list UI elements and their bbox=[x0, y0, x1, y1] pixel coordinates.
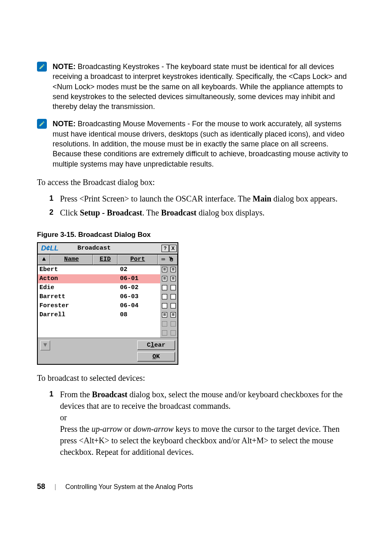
kbd-checkbox bbox=[162, 321, 167, 327]
dialog-titlebar: D¢LL Broadcast ? X bbox=[38, 243, 178, 255]
mouse-checkbox[interactable] bbox=[171, 303, 176, 308]
dialog-footer: ▼ Clear OK bbox=[38, 338, 178, 364]
checkbox-cell: ⊠⊠ bbox=[160, 310, 178, 320]
step-number: 1 bbox=[49, 193, 60, 203]
mouse-checkbox[interactable] bbox=[171, 294, 176, 299]
broadcast-intro: To broadcast to selected devices: bbox=[37, 372, 355, 384]
device-port: 06-03 bbox=[119, 293, 160, 300]
device-port: 06-01 bbox=[119, 275, 160, 282]
device-name: Darrell bbox=[38, 311, 119, 318]
close-button[interactable]: X bbox=[169, 245, 177, 252]
checkbox-cell bbox=[160, 301, 178, 310]
table-row[interactable]: Acton06-01⊠⊠ bbox=[38, 274, 178, 283]
kbd-checkbox[interactable] bbox=[162, 303, 167, 308]
device-port: 08 bbox=[119, 311, 160, 318]
table-row[interactable] bbox=[38, 329, 178, 338]
clear-button[interactable]: Clear bbox=[137, 341, 175, 350]
list-item: 2 Click Setup - Broadcast. The Broadcast… bbox=[49, 207, 355, 218]
note-block: NOTE: Broadcasting Mouse Movements - For… bbox=[37, 119, 355, 169]
table-row[interactable]: Ebert02⊠⊠ bbox=[38, 265, 178, 274]
section-title: Controlling Your System at the Analog Po… bbox=[65, 483, 193, 490]
list-item: 1 Press <Print Screen> to launch the OSC… bbox=[49, 193, 355, 204]
port-header[interactable]: Port bbox=[118, 255, 158, 265]
mouse-checkbox[interactable]: ⊠ bbox=[171, 276, 176, 281]
scroll-down-icon[interactable]: ▼ bbox=[40, 341, 50, 350]
device-name: Acton bbox=[38, 275, 119, 282]
note-body: Broadcasting Mouse Movements - For the m… bbox=[53, 120, 348, 168]
eid-header[interactable]: EID bbox=[93, 255, 118, 265]
kbd-checkbox[interactable] bbox=[162, 294, 167, 299]
broadcast-dialog: D¢LL Broadcast ? X ▲ Name EID Port ⌨ 🖱 E… bbox=[37, 242, 178, 365]
dialog-header-row: ▲ Name EID Port ⌨ 🖱 bbox=[38, 255, 178, 265]
mouse-checkbox[interactable]: ⊠ bbox=[171, 312, 176, 317]
note-label: NOTE: bbox=[53, 120, 76, 128]
ok-button[interactable]: OK bbox=[137, 352, 175, 361]
kbd-checkbox[interactable]: ⊠ bbox=[162, 312, 167, 317]
device-name: Barrett bbox=[38, 293, 119, 300]
step-number: 2 bbox=[49, 207, 60, 217]
page-number: 58 bbox=[37, 482, 45, 491]
note-body: Broadcasting Keystrokes - The keyboard s… bbox=[53, 63, 347, 111]
step-text: Click Setup - Broadcast. The Broadcast d… bbox=[60, 207, 355, 218]
kbd-checkbox[interactable]: ⊠ bbox=[162, 267, 167, 272]
column-icons: ⌨ 🖱 bbox=[158, 255, 178, 265]
name-header[interactable]: Name bbox=[50, 255, 93, 265]
device-port: 06-04 bbox=[119, 302, 160, 309]
kbd-checkbox bbox=[162, 330, 167, 336]
table-row[interactable]: Forester06-04 bbox=[38, 301, 178, 310]
access-intro: To access the Broadcast dialog box: bbox=[37, 176, 355, 188]
checkbox-cell bbox=[160, 292, 178, 301]
keyboard-icon: ⌨ bbox=[161, 256, 165, 264]
note-text: NOTE: Broadcasting Keystrokes - The keyb… bbox=[53, 62, 355, 111]
checkbox-cell: ⊠⊠ bbox=[160, 265, 178, 274]
dell-logo: D¢LL bbox=[38, 244, 62, 253]
device-name: Forester bbox=[38, 302, 119, 309]
note-label: NOTE: bbox=[53, 63, 76, 71]
note-block: NOTE: Broadcasting Keystrokes - The keyb… bbox=[37, 62, 355, 111]
footer-separator: | bbox=[47, 483, 63, 490]
list-item: 1 From the Broadcast dialog box, select … bbox=[49, 389, 355, 458]
table-row[interactable]: Darrell08⊠⊠ bbox=[38, 310, 178, 320]
checkbox-cell bbox=[160, 283, 178, 292]
figure-caption: Figure 3-15. Broadcast Dialog Box bbox=[37, 231, 355, 239]
pencil-note-icon bbox=[37, 62, 47, 72]
mouse-icon: 🖱 bbox=[168, 256, 174, 263]
table-row[interactable] bbox=[38, 320, 178, 329]
dialog-title: Broadcast bbox=[62, 245, 161, 252]
device-port: 06-02 bbox=[119, 284, 160, 291]
step-text: Press <Print Screen> to launch the OSCAR… bbox=[60, 193, 355, 204]
pencil-note-icon bbox=[37, 119, 47, 129]
checkbox-cell bbox=[160, 329, 178, 338]
kbd-checkbox[interactable]: ⊠ bbox=[162, 276, 167, 281]
device-name: Ebert bbox=[38, 266, 119, 273]
page-footer: 58 | Controlling Your System at the Anal… bbox=[37, 482, 355, 491]
checkbox-cell bbox=[160, 320, 178, 329]
help-button[interactable]: ? bbox=[161, 245, 169, 252]
mouse-checkbox bbox=[171, 321, 176, 327]
device-name: Edie bbox=[38, 284, 119, 291]
checkbox-cell: ⊠⊠ bbox=[160, 274, 178, 283]
step-text: From the Broadcast dialog box, select th… bbox=[60, 389, 355, 458]
step-number: 1 bbox=[49, 389, 60, 398]
kbd-checkbox[interactable] bbox=[162, 285, 167, 290]
table-row[interactable]: Barrett06-03 bbox=[38, 292, 178, 301]
mouse-checkbox[interactable]: ⊠ bbox=[171, 267, 176, 272]
table-row[interactable]: Edie06-02 bbox=[38, 283, 178, 292]
mouse-checkbox bbox=[171, 330, 176, 336]
mouse-checkbox[interactable] bbox=[171, 285, 176, 290]
note-text: NOTE: Broadcasting Mouse Movements - For… bbox=[53, 119, 355, 169]
scroll-up-icon[interactable]: ▲ bbox=[38, 255, 50, 265]
device-port: 02 bbox=[119, 266, 160, 273]
